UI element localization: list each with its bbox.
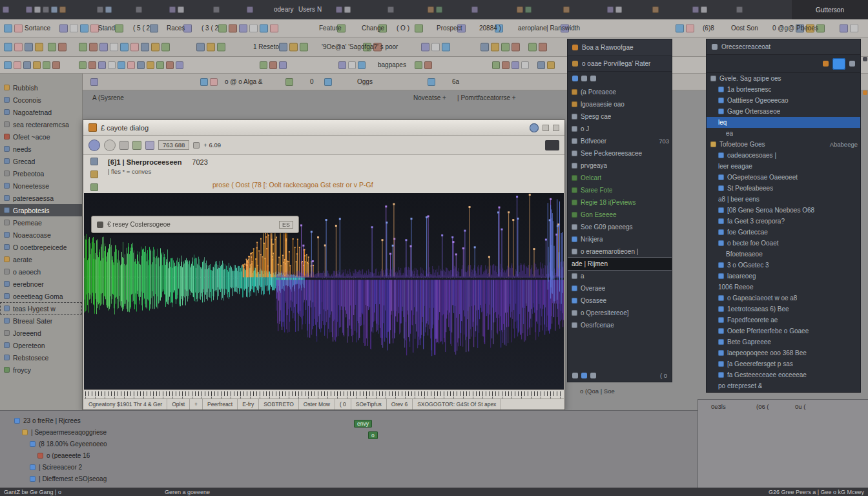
tree-item[interactable]: Bdfveoer703 [568, 135, 672, 147]
toolbar-icon[interactable] [338, 61, 346, 69]
toolbar-icon[interactable] [105, 6, 112, 13]
toolbar-icon[interactable] [415, 24, 423, 32]
toolbar-icon[interactable] [14, 61, 21, 69]
toolbar-label[interactable]: Oost Son [731, 25, 758, 32]
toolbar-label[interactable]: Prospect [437, 25, 462, 32]
tree-item[interactable]: Fapedfceorete ae [707, 315, 860, 326]
toolbar-icon[interactable] [210, 78, 218, 86]
tree-item[interactable]: Bfoetneaeoe [707, 249, 860, 260]
rail-dot-icon[interactable] [863, 57, 867, 61]
toolbar-label[interactable]: ( 5 ( 2 [133, 25, 150, 32]
tree-item[interactable]: pateresaessa [0, 192, 82, 204]
toolbar-icon[interactable] [43, 61, 50, 69]
window-titlebar[interactable]: £ cayote dialog [83, 120, 564, 136]
toolbar-label[interactable]: Noveatse + [413, 94, 446, 101]
toolbar-icon[interactable] [200, 78, 208, 86]
aux-label-2[interactable]: (06 ( [756, 403, 769, 410]
plus-icon[interactable] [193, 142, 200, 149]
toolbar-icon[interactable] [736, 6, 743, 13]
toolbar-icon[interactable] [58, 43, 67, 51]
toolbar-label[interactable]: A (Sysrene [92, 94, 124, 101]
close-icon[interactable] [553, 125, 559, 131]
pin-icon[interactable] [590, 373, 596, 378]
toolbar-icon[interactable] [249, 24, 258, 32]
outline-panel-header[interactable]: Orecsecreaceoat [707, 39, 860, 55]
toolbar-icon[interactable] [344, 6, 351, 13]
tree-item[interactable]: Peemeae [0, 216, 82, 229]
toolbar-icon[interactable] [156, 61, 164, 69]
tree-item[interactable]: Prebeotoa [0, 167, 82, 180]
toolbar-icon[interactable] [70, 24, 78, 32]
toolbar-icon[interactable] [279, 43, 287, 51]
toolbar-icon[interactable] [4, 24, 12, 32]
toolbar-icon[interactable] [547, 61, 555, 69]
toolbar-icon[interactable] [247, 6, 253, 13]
tree-item[interactable]: 1006 Reeoe [707, 282, 860, 293]
toolbar-icon[interactable] [161, 43, 170, 51]
toolbar-icon[interactable] [652, 6, 659, 13]
toolbar-icon[interactable] [51, 6, 57, 13]
toolbar-icon[interactable] [260, 24, 268, 32]
toolbar-icon[interactable] [517, 6, 523, 13]
collapse-icon[interactable] [590, 76, 596, 81]
tree-item[interactable]: Bete Gapreeee [707, 336, 860, 347]
toolbar-icon[interactable] [207, 43, 215, 51]
toolbar-label[interactable]: Sortance [25, 25, 50, 32]
toolbar-icon[interactable] [59, 6, 66, 13]
toolbar-icon[interactable] [512, 43, 520, 51]
play-icon[interactable] [90, 183, 98, 191]
toolbar-icon[interactable] [415, 61, 422, 69]
search-bar[interactable]: € resey Costersogeoe ES [91, 216, 299, 233]
tree-item[interactable]: Overaee [568, 282, 672, 294]
tree-item[interactable]: Oatttiese Ogeoeecao [707, 95, 860, 106]
toolbar-icon[interactable] [136, 6, 142, 13]
tree-item[interactable]: a8 | beer eens [707, 194, 860, 205]
toolbar-icon[interactable] [169, 6, 176, 13]
tree-item[interactable]: Gage Ortersaseoe [707, 106, 860, 117]
tree-item[interactable]: oadeaocesoaes | [707, 150, 860, 161]
sort-icon[interactable] [581, 76, 587, 81]
tree-item[interactable]: St Peofeabeees [707, 183, 860, 194]
toolbar-icon[interactable] [213, 6, 220, 13]
toolbar-icon[interactable] [686, 24, 694, 32]
tree-item[interactable]: laepeopoqeee ooo 368 Bee [707, 347, 860, 358]
tree-item[interactable]: Noaeacoase [0, 229, 82, 241]
toolbar-icon[interactable] [26, 6, 32, 13]
component-icon[interactable] [832, 58, 845, 70]
toolbar-icon[interactable] [98, 61, 106, 69]
refresh-icon[interactable] [581, 373, 587, 378]
toolbar-icon[interactable] [525, 6, 532, 13]
back-icon[interactable] [88, 140, 100, 151]
toolbar-icon[interactable] [34, 6, 41, 13]
toolbar-icon[interactable] [33, 61, 41, 69]
toolbar-label[interactable]: (6)8 [703, 25, 714, 32]
tree-item[interactable]: OGepeteosae Oaeeoeet [707, 172, 860, 183]
toolbar-icon[interactable] [97, 6, 103, 13]
toolbar-icon[interactable] [229, 24, 237, 32]
toolbar-icon[interactable] [442, 43, 450, 51]
toolbar-icon[interactable] [196, 43, 205, 51]
tree-item[interactable]: Soe G09 paeeegs [568, 221, 672, 233]
toolbar-label[interactable]: 0 @g@ Pbeoes [772, 25, 818, 32]
toolbar-icon[interactable] [480, 43, 489, 51]
more-icon[interactable] [849, 61, 855, 67]
toolbar-icon[interactable] [491, 43, 499, 51]
toolbar-icon[interactable] [4, 43, 12, 51]
menubar-user-label[interactable]: Gutterson [792, 0, 868, 19]
tree-item[interactable]: Opereteon [0, 339, 82, 351]
tree-item[interactable]: o (peaeeete 16 [10, 450, 110, 461]
toolbar-icon[interactable] [43, 6, 49, 13]
aux-label-3[interactable]: 0u ( [795, 403, 805, 410]
tree-item[interactable]: Spesg cae [568, 110, 672, 123]
toolbar-icon[interactable] [217, 43, 225, 51]
tree-item[interactable]: Grapbotesis [0, 204, 82, 216]
structure-panel-subheader[interactable]: o oaae Porvillega' Rater [568, 56, 672, 72]
toolbar-icon[interactable] [421, 43, 429, 51]
settings-icon[interactable] [572, 373, 578, 378]
tree-item[interactable]: See Peckeoreesacee [568, 147, 672, 160]
toolbar-icon[interactable] [492, 61, 500, 69]
toolbar-icon[interactable] [615, 6, 622, 13]
search-badge[interactable]: ES [279, 221, 293, 229]
status-chip[interactable]: envy [354, 420, 372, 428]
tree-item[interactable]: fa Gesteeeceaee eoceeeae [707, 369, 860, 380]
